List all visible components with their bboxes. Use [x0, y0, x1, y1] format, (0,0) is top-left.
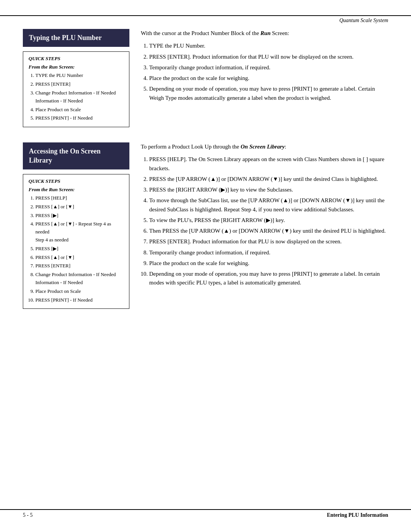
list-item: Place Product on Scale [35, 288, 124, 296]
list-item: Change Product Information - If NeededIn… [35, 89, 124, 105]
left-column-1: Typing the PLU Number QUICK STEPS From t… [23, 29, 129, 127]
steps-list-2: PRESS [HELP]. The On Screen Library appe… [149, 155, 388, 287]
quick-steps-list-1: TYPE the PLU Number PRESS [ENTER] Change… [35, 72, 124, 122]
list-item: PRESS [ENTER] [35, 262, 124, 270]
list-item: TYPE the PLU Number. [149, 42, 388, 50]
list-item: Temporarily change product information, … [149, 63, 388, 72]
list-item: Depending on your mode of operation, you… [149, 270, 388, 288]
quick-steps-box-1: QUICK STEPS From the Run Screen: TYPE th… [23, 51, 129, 127]
list-item: TYPE the PLU Number [35, 72, 124, 80]
list-item: Temporarily change product information, … [149, 248, 388, 257]
list-item: Depending on your mode of operation, you… [149, 85, 388, 102]
list-item: PRESS [ENTER] [35, 80, 124, 88]
list-item: PRESS [PRINT] - If Needed [35, 114, 124, 122]
footer: 5 - 5 Entering PLU Information [0, 509, 411, 521]
right-column-1: With the cursor at the Product Number Bl… [141, 29, 388, 127]
header-title: Quantum Scale System [0, 16, 411, 25]
list-item: PRESS [▲] or [▼] [35, 203, 124, 211]
section-typing-plu: Typing the PLU Number QUICK STEPS From t… [23, 29, 388, 127]
list-item: PRESS the [UP ARROW (▲)] or [DOWN ARROW … [149, 175, 388, 184]
section-heading-1: Typing the PLU Number [23, 29, 129, 47]
left-column-2: Accessing the On Screen Library QUICK ST… [23, 142, 129, 309]
section-accessing-library: Accessing the On Screen Library QUICK ST… [23, 142, 388, 309]
quick-steps-subtitle-2: From the Run Screen: [29, 187, 124, 193]
list-item: PRESS [▶] [35, 245, 124, 253]
list-item: Change Product Information - If NeededIn… [35, 271, 124, 287]
list-item: PRESS [ENTER]. Product information for t… [149, 237, 388, 246]
footer-section-title: Entering PLU Information [327, 512, 388, 518]
list-item: PRESS [▲] or [▼] - Repeat Step 4 as need… [35, 220, 124, 244]
bold-italic-run: Run [260, 30, 271, 36]
list-item: PRESS [PRINT] - If Needed [35, 296, 124, 304]
list-item: To move through the SubClass list, use t… [149, 196, 388, 214]
steps-list-1: TYPE the PLU Number. PRESS [ENTER]. Prod… [149, 42, 388, 102]
quick-steps-subtitle-1: From the Run Screen: [29, 64, 124, 70]
list-item: Place the product on the scale for weigh… [149, 259, 388, 268]
right-column-2: To perform a Product Look Up through the… [141, 142, 388, 309]
list-item: PRESS [▶] [35, 212, 124, 220]
list-item: PRESS [HELP]. The On Screen Library appe… [149, 155, 388, 173]
section-heading-2: Accessing the On Screen Library [23, 142, 129, 169]
list-item: PRESS [ENTER]. Product information for t… [149, 53, 388, 61]
main-content: Typing the PLU Number QUICK STEPS From t… [0, 25, 411, 509]
quick-steps-title-2: QUICK STEPS [29, 178, 124, 184]
list-item: To view the PLU's, PRESS the [RIGHT ARRO… [149, 216, 388, 225]
list-item: Place the product on the scale for weigh… [149, 74, 388, 83]
page-number: 5 - 5 [23, 512, 33, 518]
list-item: PRESS the [RIGHT ARROW (▶)] key to view … [149, 185, 388, 194]
list-item: PRESS [HELP] [35, 194, 124, 202]
quick-steps-box-2: QUICK STEPS From the Run Screen: PRESS [… [23, 174, 129, 309]
page: Quantum Scale System Typing the PLU Numb… [0, 0, 411, 532]
list-item: Place Product on Scale [35, 106, 124, 114]
list-item: PRESS [▲] or [▼] [35, 254, 124, 262]
quick-steps-list-2: PRESS [HELP] PRESS [▲] or [▼] PRESS [▶] … [35, 194, 124, 304]
bold-italic-library: On Screen Library [241, 144, 285, 150]
intro-text-1: With the cursor at the Product Number Bl… [141, 29, 388, 38]
list-item: Then PRESS the [UP ARROW (▲) or [DOWN AR… [149, 227, 388, 235]
quick-steps-title-1: QUICK STEPS [29, 56, 124, 62]
intro-text-2: To perform a Product Look Up through the… [141, 142, 388, 151]
